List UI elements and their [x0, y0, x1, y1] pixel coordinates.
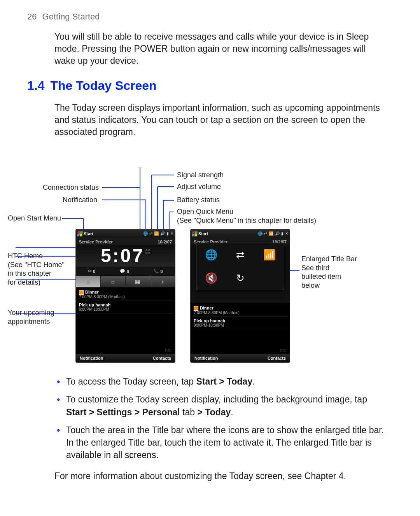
- callout-open-start-menu: Open Start Menu: [8, 214, 61, 223]
- enlarged-title-bar[interactable]: 🌐 ⇄ 📶 🔇 ↻: [196, 243, 284, 290]
- battery-icon[interactable]: ▮: [166, 232, 169, 236]
- upcoming-appointments[interactable]: Dinner 7:00PM-8:30PM (Marthas) Pick up h…: [191, 303, 290, 330]
- chapter-title: Getting Started: [42, 12, 100, 21]
- callout-upcoming-appointments: Your upcoming appointments: [8, 308, 54, 326]
- bullet-item: Touch the area in the Title bar where th…: [66, 424, 385, 462]
- date-text: 10/2/07: [158, 240, 172, 244]
- bullet-item: To customize the Today screen display, i…: [66, 393, 385, 418]
- title-bar[interactable]: Start 🌐 ⇄ 📶 🔊 ▮ ✕: [76, 229, 175, 238]
- data-icon[interactable]: ⇄: [149, 232, 152, 236]
- callout-battery-status: Battery status: [177, 196, 220, 205]
- signal-icon[interactable]: 📶: [154, 232, 159, 236]
- callout-signal-strength: Signal strength: [177, 171, 224, 180]
- provider-row: Service Provider 10/2/07: [76, 238, 175, 245]
- launcher-tab-icon[interactable]: ▦: [126, 276, 150, 287]
- page-number: 26: [27, 12, 37, 21]
- quick-menu-icon[interactable]: ✕: [170, 232, 173, 236]
- section-title: The Today Screen: [50, 79, 156, 93]
- start-menu-label[interactable]: Start: [198, 231, 208, 236]
- weather-tab-icon[interactable]: ☼: [101, 276, 126, 287]
- manual-page: 26 Getting Started You will still be abl…: [0, 0, 420, 514]
- closing-paragraph: For more information about customizing t…: [54, 470, 385, 482]
- callout-adjust-volume: Adjust volume: [177, 182, 221, 191]
- htc-logo: htc: [165, 348, 172, 353]
- globe-icon[interactable]: 🌐: [196, 243, 226, 266]
- data-icon[interactable]: ⇄: [226, 243, 255, 266]
- clock-time: 5:07: [101, 245, 144, 266]
- globe-icon[interactable]: 🌐: [143, 232, 148, 236]
- page-header: 26 Getting Started: [27, 12, 385, 22]
- softkey-left[interactable]: Notification: [80, 356, 103, 360]
- callout-notification: Notification: [63, 196, 97, 205]
- volume-icon[interactable]: 🔇: [196, 266, 226, 290]
- today-screen-diagram: Connection status Notification Open Star…: [0, 154, 366, 364]
- softkey-left[interactable]: Notification: [194, 356, 218, 360]
- bullet-item: To access the Today screen, tap Start > …: [66, 375, 385, 388]
- volume-icon[interactable]: 🔊: [160, 232, 165, 236]
- callout-htc-home: HTC Home (See "HTC Home" in this chapter…: [8, 252, 65, 287]
- calendar-icon: [79, 290, 84, 295]
- intro-paragraph: You will still be able to receive messag…: [54, 31, 385, 67]
- phone-screenshot-right: Start 🌐⇄📶🔊▮✕ Service Provider 10/2/07 Di…: [191, 229, 290, 362]
- softkey-right[interactable]: Contacts: [268, 356, 286, 360]
- appointment-item[interactable]: Pick up hannah 9:00PM-10:00PM: [78, 301, 173, 313]
- provider-name: Service Provider: [79, 240, 113, 244]
- home-tab-icon[interactable]: ⌂: [76, 276, 101, 287]
- sound-tab-icon[interactable]: ♪: [150, 276, 175, 287]
- notification-counters[interactable]: ✉0 💬0 📞0: [76, 267, 175, 276]
- signal-icon[interactable]: 📶: [255, 243, 284, 266]
- softkey-right[interactable]: Contacts: [153, 356, 171, 360]
- callout-connection-status: Connection status: [43, 183, 99, 192]
- windows-flag-icon[interactable]: [192, 231, 198, 236]
- sms-icon[interactable]: 💬: [120, 269, 125, 274]
- section-heading: 1.4 The Today Screen: [27, 79, 385, 93]
- htc-logo: htc: [280, 348, 287, 353]
- htc-home-tabs[interactable]: ⌂ ☼ ▦ ♪: [76, 276, 175, 287]
- call-icon[interactable]: 📞: [154, 269, 159, 274]
- appointment-item[interactable]: Dinner 7:00PM-8:30PM (Marthas): [78, 288, 173, 301]
- section-paragraph: The Today screen displays important info…: [54, 102, 385, 138]
- title-bar[interactable]: Start 🌐⇄📶🔊▮✕: [191, 229, 290, 238]
- section-number: 1.4: [27, 79, 44, 93]
- status-icons[interactable]: 🌐⇄📶🔊▮✕: [258, 232, 288, 236]
- phone-screenshot-left: Start 🌐 ⇄ 📶 🔊 ▮ ✕ Service Provider 10/2/…: [76, 229, 175, 362]
- status-icons[interactable]: 🌐 ⇄ 📶 🔊 ▮ ✕: [143, 232, 173, 236]
- htc-home-clock[interactable]: 5:07 AMPM: [76, 245, 175, 267]
- sync-icon[interactable]: ↻: [226, 266, 255, 290]
- bullet-list: To access the Today screen, tap Start > …: [54, 375, 385, 461]
- start-menu-label[interactable]: Start: [84, 231, 93, 236]
- callout-open-quick-menu: Open Quick Menu (See "Quick Menu" in thi…: [177, 207, 316, 225]
- mail-icon[interactable]: ✉: [88, 269, 91, 274]
- windows-flag-icon[interactable]: [77, 231, 83, 236]
- callout-enlarged-title-bar: Enlarged Title Bar See third bulleted it…: [301, 255, 357, 290]
- upcoming-appointments[interactable]: Dinner 7:00PM-8:30PM (Marthas) Pick up h…: [76, 287, 175, 314]
